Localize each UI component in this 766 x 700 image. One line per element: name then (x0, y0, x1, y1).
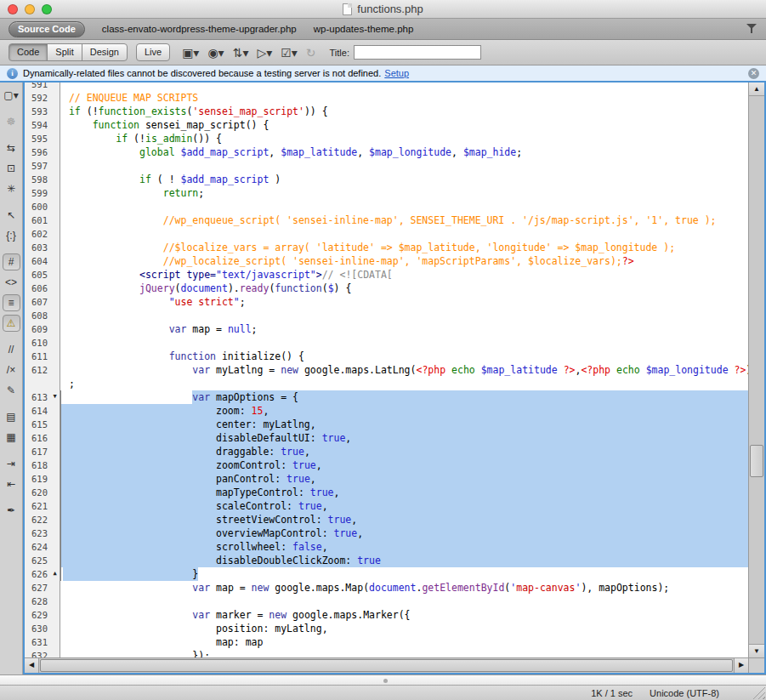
code-line[interactable]: 613▼ var mapOptions = { (25, 390, 748, 404)
move-css-icon[interactable]: ▦ (3, 429, 20, 446)
close-window-icon[interactable] (8, 4, 18, 14)
code-line[interactable]: 607 "use strict"; (25, 295, 748, 309)
setup-link[interactable]: Setup (384, 68, 409, 78)
view-button-split[interactable]: Split (47, 43, 82, 61)
minimize-window-icon[interactable] (25, 4, 35, 14)
line-number: 595 (25, 132, 50, 145)
pane-splitter[interactable] (0, 674, 766, 685)
code-line[interactable]: 594 function sensei_map_script() { (25, 118, 748, 132)
live-view-options-icon[interactable]: ▷▾ (257, 47, 272, 59)
collapse-selection-icon[interactable]: ⊡ (3, 160, 20, 177)
code-line[interactable]: 600 (25, 200, 748, 213)
gutter-spacer (50, 91, 60, 105)
code-line[interactable]: 620 mapTypeControl: true, (25, 486, 748, 499)
code-line[interactable]: 622 streetViewControl: true, (25, 513, 748, 526)
code-line[interactable]: 621 scaleControl: true, (25, 499, 748, 513)
format-source-icon[interactable]: ✒ (3, 502, 20, 519)
code-line[interactable]: 605 <script type="text/javascript">// <!… (25, 268, 748, 282)
code-line[interactable]: 624 scrollwheel: false, (25, 540, 748, 554)
code-view[interactable]: 591592 // ENQUEUE MAP SCRIPTS593 if (!fu… (25, 83, 748, 657)
code-line[interactable]: 603 //$localize_vars = array( 'latitude'… (25, 241, 748, 254)
code-line[interactable]: 595 if (!is_admin()) { (25, 132, 748, 145)
horizontal-scroll-thumb[interactable] (40, 659, 733, 672)
scroll-right-icon[interactable]: ▶ (734, 658, 748, 673)
code-line[interactable]: 629 var marker = new google.maps.Marker(… (25, 608, 748, 622)
code-line[interactable]: 596 global $add_map_script, $map_latitud… (25, 145, 748, 159)
code-line[interactable]: 623 overviewMapControl: true, (25, 526, 748, 540)
code-line[interactable]: 627 var map = new google.maps.Map(docume… (25, 581, 748, 595)
highlight-invalid-code-icon[interactable]: <> (3, 274, 20, 291)
window-resize-grip[interactable] (752, 686, 765, 699)
code-line[interactable]: 628 (25, 595, 748, 608)
apply-comment-icon[interactable]: // (3, 341, 20, 358)
code-line[interactable]: 604 //wp_localize_script( 'sensei-inline… (25, 254, 748, 268)
outdent-icon[interactable]: ⇤ (3, 475, 20, 492)
code-line[interactable]: 610 (25, 336, 748, 350)
code-line[interactable]: 616 disableDefaultUI: true, (25, 431, 748, 445)
related-file-2[interactable]: wp-updates-theme.php (314, 24, 414, 34)
code-line[interactable]: 632 }); (25, 649, 748, 657)
syntax-error-alerts-icon[interactable]: ≡ (3, 294, 20, 311)
line-numbers-icon[interactable]: # (3, 253, 20, 270)
document-icon (343, 3, 352, 15)
code-line[interactable]: 631 map: map (25, 635, 748, 649)
remove-comment-icon[interactable]: /× (3, 361, 20, 378)
filter-related-files-icon[interactable] (746, 23, 757, 35)
code-line[interactable]: 602 (25, 227, 748, 241)
source-code-button[interactable]: Source Code (9, 21, 85, 37)
warning-icon[interactable]: ⚠ (3, 315, 20, 332)
gutter-spacer (50, 241, 60, 254)
line-number: 619 (25, 472, 50, 486)
code-line[interactable]: 593 if (!function_exists('sensei_map_scr… (25, 105, 748, 118)
code-line[interactable]: ; (25, 377, 748, 390)
code-line[interactable]: 597 (25, 159, 748, 173)
code-line[interactable]: 630 position: myLatlng, (25, 622, 748, 635)
scroll-down-icon[interactable]: ▼ (749, 644, 764, 657)
open-documents-icon[interactable]: ▢▾ (3, 87, 20, 104)
code-line[interactable]: 614 zoom: 15, (25, 404, 748, 418)
wrap-tag-icon[interactable]: ✎ (3, 382, 20, 399)
code-line[interactable]: 598 if ( ! $add_map_script ) (25, 173, 748, 186)
related-file-1[interactable]: class-envato-wordpress-theme-upgrader.ph… (102, 24, 297, 34)
code-line[interactable]: 617 draggable: true, (25, 445, 748, 458)
live-view-button[interactable]: Live (136, 43, 170, 61)
code-line[interactable]: 601 //wp_enqueue_script( 'sensei-inline-… (25, 213, 748, 227)
code-line[interactable]: 599 return; (25, 186, 748, 200)
view-button-code[interactable]: Code (9, 43, 48, 61)
scroll-up-icon[interactable]: ▲ (749, 83, 764, 96)
code-line[interactable]: 591 (25, 83, 748, 91)
code-line[interactable]: 615 center: myLatlng, (25, 418, 748, 431)
recent-snippets-icon[interactable]: ▤ (3, 408, 20, 425)
fold-arrow-icon[interactable]: ▲ (50, 567, 60, 581)
view-button-design[interactable]: Design (82, 43, 128, 61)
vertical-scroll-thumb[interactable] (750, 445, 763, 477)
horizontal-scrollbar[interactable]: ◀ ▶ (25, 657, 764, 673)
app-window: functions.php Source Code class-envato-w… (0, 0, 766, 700)
select-parent-tag-icon[interactable]: ↖ (3, 207, 20, 224)
code-line[interactable]: 608 (25, 309, 748, 322)
balance-braces-icon[interactable]: {:} (3, 227, 20, 244)
vertical-scrollbar[interactable]: ▲ ▼ (748, 83, 764, 657)
close-infobar-icon[interactable]: ✕ (748, 68, 759, 79)
multiscreen-preview-icon[interactable]: ▣▾ (182, 47, 199, 59)
collapse-full-tag-icon[interactable]: ⇆ (3, 139, 20, 157)
file-management-icon[interactable]: ⇅▾ (233, 47, 249, 59)
code-line[interactable]: 618 zoomControl: true, (25, 458, 748, 472)
code-line[interactable]: 606 jQuery(document).ready(function($) { (25, 282, 748, 295)
code-line[interactable]: 625 disableDoubleClickZoom: true (25, 554, 748, 567)
code-line[interactable]: 619 panControl: true, (25, 472, 748, 486)
code-line[interactable]: 612 var myLatlng = new google.maps.LatLn… (25, 363, 748, 377)
preview-in-browser-icon[interactable]: ◉▾ (207, 47, 224, 59)
scroll-left-icon[interactable]: ◀ (25, 658, 39, 673)
zoom-window-icon[interactable] (42, 4, 52, 14)
line-number: 624 (25, 540, 50, 554)
indent-icon[interactable]: ⇥ (3, 455, 20, 472)
w3c-validation-icon[interactable]: ☑▾ (281, 47, 298, 59)
code-line[interactable]: 611 function initialize() { (25, 350, 748, 363)
expand-all-icon[interactable]: ✳ (3, 180, 20, 197)
fold-arrow-icon[interactable]: ▼ (50, 390, 60, 404)
code-line[interactable]: 592 // ENQUEUE MAP SCRIPTS (25, 91, 748, 105)
code-line[interactable]: 609 var map = null; (25, 322, 748, 336)
code-line[interactable]: 626▲ } (25, 567, 748, 581)
title-input[interactable] (354, 45, 481, 60)
